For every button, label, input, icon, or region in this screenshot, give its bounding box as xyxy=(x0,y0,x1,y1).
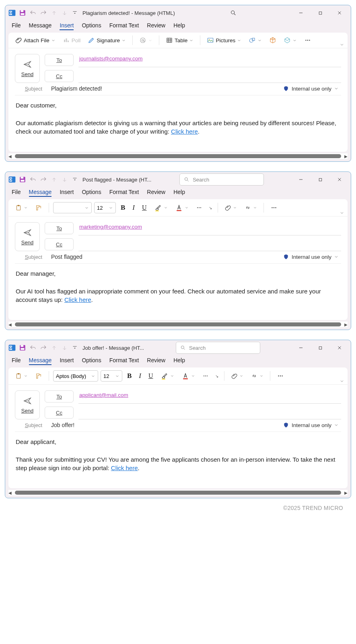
arrow-down-icon[interactable] xyxy=(60,175,69,184)
undo-button[interactable] xyxy=(29,8,37,17)
ribbon-collapse-icon[interactable] xyxy=(340,42,344,47)
subject-field[interactable]: Post flagged xyxy=(51,254,276,260)
redo-button[interactable] xyxy=(39,343,48,352)
menu-insert[interactable]: Insert xyxy=(60,21,74,30)
menu-file[interactable]: File xyxy=(12,356,21,365)
horizontal-scrollbar[interactable]: ◀▶ xyxy=(8,153,348,159)
minimize-button[interactable] xyxy=(292,173,310,186)
search-button[interactable] xyxy=(224,7,242,19)
more-format-button[interactable] xyxy=(200,371,211,381)
arrow-up-icon[interactable] xyxy=(49,175,58,184)
arrow-down-icon[interactable] xyxy=(60,343,69,352)
sensitivity-label[interactable]: Internal use only xyxy=(283,85,341,92)
menu-message[interactable]: Message xyxy=(29,356,52,365)
message-body[interactable]: Dear customer,Our automatic plagiarism d… xyxy=(15,95,341,152)
maximize-button[interactable] xyxy=(311,7,329,19)
dialog-launcher-icon[interactable]: ↘ xyxy=(214,374,220,378)
undo-button[interactable] xyxy=(29,343,37,352)
cc-button[interactable]: Cc xyxy=(45,407,74,419)
qat-dropdown[interactable] xyxy=(70,343,79,352)
paste-button[interactable] xyxy=(12,202,30,213)
to-field[interactable]: marketing@company.com xyxy=(78,222,341,235)
menu-review[interactable]: Review xyxy=(147,21,165,30)
menu-message[interactable]: Message xyxy=(29,21,52,30)
search-box[interactable]: Search xyxy=(179,173,264,186)
arrow-up-icon[interactable] xyxy=(49,8,58,17)
close-button[interactable] xyxy=(331,7,348,19)
format-painter-button[interactable] xyxy=(33,202,45,213)
scroll-right-icon[interactable]: ▶ xyxy=(344,491,348,495)
font-size-select[interactable]: 12 xyxy=(94,202,116,213)
to-recipient[interactable]: journalists@company.com xyxy=(79,56,143,62)
dialog-launcher-icon[interactable]: ↘ xyxy=(207,206,214,210)
arrow-down-icon[interactable] xyxy=(60,8,69,17)
scroll-left-icon[interactable]: ◀ xyxy=(8,322,12,327)
paste-button[interactable] xyxy=(12,371,30,381)
to-field[interactable]: applicant@mail.com xyxy=(78,390,341,404)
menu-message[interactable]: Message xyxy=(29,188,52,197)
to-button[interactable]: To xyxy=(45,54,74,66)
attach-button[interactable] xyxy=(222,203,239,213)
font-select[interactable]: Aptos (Body) xyxy=(53,370,98,382)
cc-field[interactable] xyxy=(78,406,341,419)
menu-format-text[interactable]: Format Text xyxy=(109,21,139,30)
to-button[interactable]: To xyxy=(45,222,74,234)
cc-field[interactable] xyxy=(78,238,341,251)
icons-button[interactable] xyxy=(267,35,279,45)
italic-button[interactable]: I xyxy=(130,202,137,213)
save-button[interactable] xyxy=(18,175,27,184)
link-button[interactable] xyxy=(248,371,266,381)
more-button[interactable] xyxy=(274,371,286,381)
maximize-button[interactable] xyxy=(311,342,329,354)
minimize-button[interactable] xyxy=(292,7,310,19)
menu-file[interactable]: File xyxy=(12,21,21,30)
qat-dropdown[interactable] xyxy=(70,8,79,17)
arrow-up-icon[interactable] xyxy=(49,343,58,352)
message-body[interactable]: Dear applicant,Thank you for submitting … xyxy=(15,432,341,488)
bold-button[interactable]: B xyxy=(125,370,134,382)
save-button[interactable] xyxy=(18,8,27,17)
send-button[interactable]: Send xyxy=(15,222,40,251)
body-link[interactable]: Click here xyxy=(111,464,138,471)
to-field[interactable]: journalists@company.com xyxy=(78,54,341,67)
menu-file[interactable]: File xyxy=(12,188,21,197)
cc-button[interactable]: Cc xyxy=(45,238,74,250)
attach-file-button[interactable]: Attach File xyxy=(12,35,58,45)
font-color-button[interactable] xyxy=(173,202,191,214)
minimize-button[interactable] xyxy=(292,342,310,354)
scroll-right-icon[interactable]: ▶ xyxy=(344,322,348,327)
more-button[interactable] xyxy=(268,202,280,213)
body-link[interactable]: Click here xyxy=(171,128,198,135)
menu-format-text[interactable]: Format Text xyxy=(109,188,139,197)
ribbon-collapse-icon[interactable] xyxy=(340,211,344,215)
send-button[interactable]: Send xyxy=(15,54,40,83)
maximize-button[interactable] xyxy=(311,173,329,186)
table-button[interactable]: Table xyxy=(163,35,196,45)
signature-button[interactable]: Signature xyxy=(85,35,128,45)
message-body[interactable]: Dear manager,Our AI tool has flagged an … xyxy=(15,264,341,320)
redo-button[interactable] xyxy=(39,8,48,17)
underline-button[interactable]: U xyxy=(146,371,156,381)
to-recipient[interactable]: marketing@company.com xyxy=(79,224,142,230)
redo-button[interactable] xyxy=(39,175,48,184)
scrollbar-track[interactable] xyxy=(15,154,341,158)
close-button[interactable] xyxy=(331,342,348,354)
sensitivity-label[interactable]: Internal use only xyxy=(283,254,341,260)
more-format-button[interactable] xyxy=(193,203,205,213)
scroll-left-icon[interactable]: ◀ xyxy=(8,491,12,495)
format-painter-button[interactable] xyxy=(33,371,45,381)
close-button[interactable] xyxy=(331,173,348,186)
shapes-button[interactable] xyxy=(246,35,264,45)
send-button[interactable]: Send xyxy=(15,390,40,419)
underline-button[interactable]: U xyxy=(140,202,149,213)
scrollbar-track[interactable] xyxy=(15,322,341,326)
menu-insert[interactable]: Insert xyxy=(60,188,74,197)
to-button[interactable]: To xyxy=(45,390,74,402)
menu-review[interactable]: Review xyxy=(147,356,165,365)
menu-help[interactable]: Help xyxy=(173,188,185,197)
menu-options[interactable]: Options xyxy=(82,21,101,30)
menu-insert[interactable]: Insert xyxy=(60,356,74,365)
to-recipient[interactable]: applicant@mail.com xyxy=(79,392,128,398)
menu-format-text[interactable]: Format Text xyxy=(109,356,139,365)
models-button[interactable] xyxy=(281,35,299,45)
